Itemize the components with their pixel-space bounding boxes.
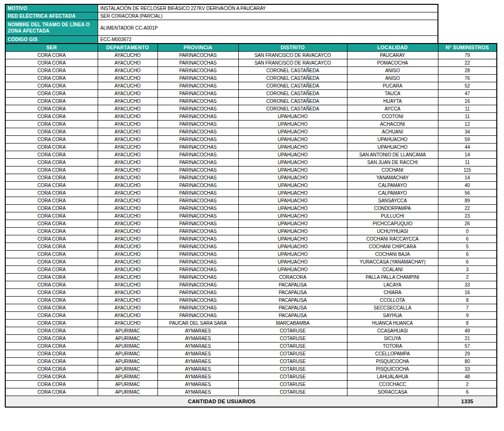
table-cell: 5: [438, 243, 497, 251]
table-cell: 59: [438, 136, 497, 144]
table-cell: CHIARA: [347, 289, 438, 297]
table-cell: AYMARAES: [157, 327, 238, 335]
table-cell: APURIMAC: [98, 381, 157, 388]
table-cell: SAN FRANCISCO DE RAVACAYCO: [238, 52, 347, 59]
table-cell: AYACUCHO: [98, 274, 157, 281]
table-cell: PACAPAUSA: [238, 297, 347, 304]
table-cell: CORA CORA: [5, 312, 98, 320]
table-cell: 34: [438, 128, 497, 136]
table-cell: AYACUCHO: [98, 289, 157, 297]
table-cell: AYACUCHO: [98, 304, 157, 312]
table-cell: PARINACOCHAS: [157, 82, 238, 90]
table-cell: SICUYA: [347, 335, 438, 343]
table-cell: AYACUCHO: [98, 52, 157, 59]
table-cell: CORONEL CASTAÑEDA: [238, 105, 347, 113]
info-table: MOTIVO INSTALACIÓN DE RECLOSER BIFÁSICO …: [5, 4, 438, 44]
table-row: CORA CORAAYACUCHOPARINACOCHASUPAHUACHOCC…: [5, 266, 497, 274]
table-cell: CORA CORA: [5, 82, 98, 90]
table-cell: AYMARAES: [157, 381, 238, 388]
table-cell: 6: [438, 235, 497, 243]
table-cell: AYACUCHO: [98, 212, 157, 220]
table-row: CORA CORAAPURIMACAYMARAESCOTARUSEPISQUIC…: [5, 365, 497, 373]
table-cell: COTARUSE: [238, 373, 347, 381]
table-cell: PARINACOCHAS: [157, 297, 238, 304]
table-cell: CORA CORA: [5, 182, 98, 189]
table-cell: AYACUCHO: [98, 105, 157, 113]
table-cell: COCHANI: [347, 166, 438, 174]
table-cell: AYACUCHO: [98, 67, 157, 75]
table-cell: APURIMAC: [98, 365, 157, 373]
table-row: CORA CORAAYACUCHOPARINACOCHASCORONEL CAS…: [5, 75, 497, 82]
table-cell: UCHUYHUASI: [347, 228, 438, 235]
table-cell: AYACUCHO: [98, 243, 157, 251]
table-row: CORA CORAAYACUCHOPARINACOCHASUPAHUACHOSA…: [5, 151, 497, 159]
table-cell: CORA CORA: [5, 105, 98, 113]
table-cell: CORA CORA: [5, 174, 98, 182]
info-row-nombre-tramo: NOMBRE DEL TRAMO DE LÍNEA O ZONA AFECTAD…: [5, 20, 438, 36]
table-cell: 9: [438, 312, 497, 320]
table-cell: CORA CORA: [5, 266, 98, 274]
table-cell: PACAPAUSA: [238, 281, 347, 289]
table-cell: UPAHUACHO: [238, 174, 347, 182]
table-cell: UPAHUACHO: [238, 251, 347, 258]
table-cell: CORA CORA: [5, 220, 98, 228]
table-cell: ANISO: [347, 75, 438, 82]
table-cell: HUANCA HUANCA: [347, 320, 438, 327]
table-cell: 80: [438, 358, 497, 365]
table-cell: COTARUSE: [238, 365, 347, 373]
table-cell: CORONEL CASTAÑEDA: [238, 98, 347, 105]
table-cell: CORA CORA: [5, 365, 98, 373]
table-cell: CORA CORA: [5, 151, 98, 159]
table-cell: AYACUCHO: [98, 90, 157, 98]
table-cell: SAN ANTONIO DE LLANCAMA: [347, 151, 438, 159]
total-row: CANTIDAD DE USUARIOS 1335: [5, 396, 497, 408]
table-cell: CORA CORA: [5, 335, 98, 343]
table-cell: 6: [438, 388, 497, 396]
table-row: CORA CORAAYACUCHOPARINACOCHASUPAHUACHOCO…: [5, 243, 497, 251]
table-row: CORA CORAAYACUCHOPARINACOCHASUPAHUACHOSA…: [5, 197, 497, 205]
table-cell: UPAHUACHO: [238, 121, 347, 128]
table-cell: CORACORA: [238, 274, 347, 281]
table-row: CORA CORAAYACUCHOPARINACOCHASPACAPAUSACH…: [5, 289, 497, 297]
table-cell: COTARUSE: [238, 381, 347, 388]
table-row: CORA CORAAPURIMACAYMARAESCOTARUSECCOCHAC…: [5, 381, 497, 388]
table-cell: UPAHUACHO: [238, 258, 347, 266]
table-cell: UPAHUACHO: [238, 113, 347, 121]
table-cell: CALPAMAYO: [347, 189, 438, 197]
table-cell: AYMARAES: [157, 358, 238, 365]
table-cell: CORA CORA: [5, 98, 98, 105]
table-cell: AYMARAES: [157, 365, 238, 373]
table-cell: COTARUSE: [238, 358, 347, 365]
table-row: CORA CORAAYACUCHOPARINACOCHASUPAHUACHOCA…: [5, 182, 497, 189]
table-cell: 57: [438, 343, 497, 350]
table-footer: CANTIDAD DE USUARIOS 1335: [5, 396, 497, 408]
table-cell: AYACUCHO: [98, 258, 157, 266]
table-row: CORA CORAAYACUCHOPARINACOCHASUPAHUACHOCA…: [5, 189, 497, 197]
table-cell: PARINACOCHAS: [157, 220, 238, 228]
table-cell: AYACUCHO: [98, 266, 157, 274]
table-cell: COCHANI RACCAYCCA: [347, 235, 438, 243]
table-cell: PISQUICOCHA: [347, 358, 438, 365]
table-row: CORA CORAAYACUCHOPARINACOCHASCORONEL CAS…: [5, 105, 497, 113]
table-row: CORA CORAAPURIMACAYMARAESCOTARUSESORACCA…: [5, 388, 497, 396]
table-cell: UPAHUACHO: [238, 189, 347, 197]
nombre-tramo-label: NOMBRE DEL TRAMO DE LÍNEA O ZONA AFECTAD…: [5, 20, 98, 36]
col-header-suministros: N° SUMINISTROS: [438, 44, 497, 52]
table-row: CORA CORAAYACUCHOPARINACOCHASSAN FRANCIS…: [5, 52, 497, 59]
table-cell: AYACUCHO: [98, 297, 157, 304]
info-row-red-electrica: RED ELÉCTRICA AFECTADA SER CORACORA (PAR…: [5, 12, 438, 20]
table-row: CORA CORAAYACUCHOPARINACOCHASPACAPAUSACC…: [5, 297, 497, 304]
table-cell: CORA CORA: [5, 67, 98, 75]
table-cell: 7: [438, 304, 497, 312]
table-cell: AYACUCHO: [98, 205, 157, 212]
header-row: SER DEPARTAMENTO PROVINCIA DISTRITO LOCA…: [5, 44, 497, 52]
table-cell: PARINACOCHAS: [157, 159, 238, 166]
table-cell: PAUCAR DEL SARA SARA: [157, 320, 238, 327]
table-cell: PARINACOCHAS: [157, 52, 238, 59]
table-cell: CORA CORA: [5, 205, 98, 212]
table-cell: 26: [438, 220, 497, 228]
report-sheet: MOTIVO INSTALACIÓN DE RECLOSER BIFÁSICO …: [5, 4, 497, 408]
table-cell: AYACUCHO: [98, 320, 157, 327]
table-cell: COTARUSE: [238, 335, 347, 343]
table-cell: PARINACOCHAS: [157, 182, 238, 189]
